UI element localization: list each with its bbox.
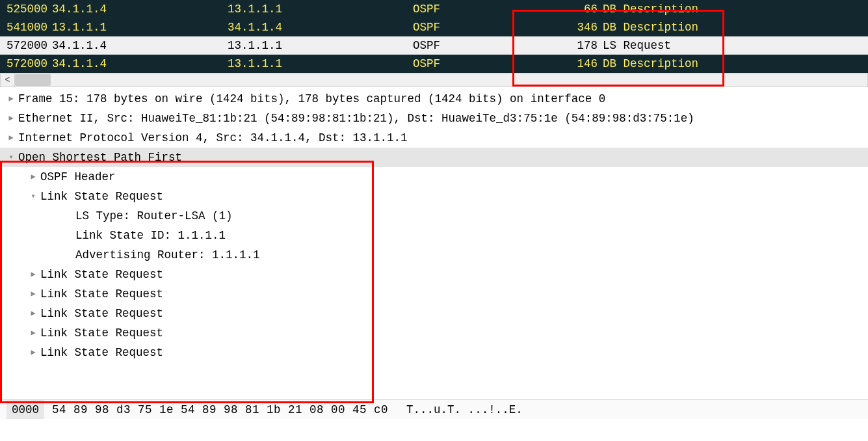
detail-ospf-header[interactable]: ▶ OSPF Header [0, 167, 868, 187]
packet-no: 572000 [0, 55, 52, 73]
chevron-right-icon[interactable]: ▶ [26, 323, 40, 343]
detail-text: Ethernet II, Src: HuaweiTe_81:1b:21 (54:… [18, 109, 694, 128]
detail-lsr-collapsed[interactable]: ▶ Link State Request [0, 343, 868, 362]
packet-no: 572000 [0, 36, 52, 55]
chevron-down-icon[interactable]: ▾ [26, 187, 40, 206]
detail-text: Link State Request [40, 323, 163, 343]
chevron-right-icon[interactable]: ▶ [4, 128, 18, 148]
detail-ospf[interactable]: ▾ Open Shortest Path First [0, 148, 868, 167]
chevron-right-icon[interactable]: ▶ [4, 89, 18, 109]
chevron-right-icon[interactable]: ▶ [26, 304, 40, 323]
chevron-down-icon[interactable]: ▾ [4, 148, 18, 167]
chevron-right-icon[interactable]: ▶ [26, 284, 40, 304]
hex-ascii: T...u.T. ...!..E. [406, 400, 523, 419]
detail-lsr-expanded[interactable]: ▾ Link State Request [0, 187, 868, 206]
spacer-icon: • [61, 206, 75, 226]
packet-row[interactable]: 57200034.1.1.413.1.1.1OSPF146DB Descript… [0, 55, 868, 73]
detail-ip[interactable]: ▶ Internet Protocol Version 4, Src: 34.1… [0, 128, 868, 148]
packet-source: 34.1.1.4 [52, 36, 228, 55]
scroll-thumb[interactable] [15, 74, 51, 86]
packet-destination: 13.1.1.1 [228, 0, 413, 18]
packet-info: DB Description [601, 55, 868, 73]
packet-info: LS Request [601, 36, 868, 55]
detail-advertising-router[interactable]: • Advertising Router: 1.1.1.1 [0, 245, 868, 265]
detail-text: Advertising Router: 1.1.1.1 [75, 245, 260, 265]
hex-dump-pane[interactable]: 0000 54 89 98 d3 75 1e 54 89 98 81 1b 21… [0, 399, 868, 419]
detail-text: LS Type: Router-LSA (1) [75, 206, 233, 226]
packet-no: 525000 [0, 0, 52, 18]
packet-protocol: OSPF [413, 36, 530, 55]
detail-lsr-collapsed[interactable]: ▶ Link State Request [0, 284, 868, 304]
detail-ethernet[interactable]: ▶ Ethernet II, Src: HuaweiTe_81:1b:21 (5… [0, 109, 868, 128]
packet-row[interactable]: 54100013.1.1.134.1.1.4OSPF346DB Descript… [0, 18, 868, 36]
detail-text: Link State Request [40, 304, 163, 323]
packet-info: DB Description [601, 18, 868, 36]
detail-ls-type[interactable]: • LS Type: Router-LSA (1) [0, 206, 868, 226]
packet-length: 346 [530, 18, 601, 36]
packet-row[interactable]: 52500034.1.1.413.1.1.1OSPF66DB Descripti… [0, 0, 868, 18]
detail-frame[interactable]: ▶ Frame 15: 178 bytes on wire (1424 bits… [0, 89, 868, 109]
packet-no: 541000 [0, 18, 52, 36]
packet-list[interactable]: 52500034.1.1.413.1.1.1OSPF66DB Descripti… [0, 0, 868, 73]
detail-link-state-id[interactable]: • Link State ID: 1.1.1.1 [0, 226, 868, 245]
detail-text: Internet Protocol Version 4, Src: 34.1.1… [18, 128, 408, 148]
packet-destination: 34.1.1.4 [228, 18, 413, 36]
packet-destination: 13.1.1.1 [228, 36, 413, 55]
hex-offset: 0000 [7, 400, 44, 419]
packet-source: 34.1.1.4 [52, 55, 228, 73]
detail-text: Link State Request [40, 343, 163, 362]
packet-destination: 13.1.1.1 [228, 55, 413, 73]
spacer-icon: • [61, 245, 75, 265]
detail-text: Open Shortest Path First [18, 148, 182, 167]
packet-source: 13.1.1.1 [52, 18, 228, 36]
chevron-right-icon[interactable]: ▶ [26, 343, 40, 362]
packet-length: 178 [530, 36, 601, 55]
packet-row[interactable]: 57200034.1.1.413.1.1.1OSPF178LS Request [0, 36, 868, 55]
hex-bytes: 54 89 98 d3 75 1e 54 89 98 81 1b 21 08 0… [52, 400, 406, 419]
packet-protocol: OSPF [413, 0, 530, 18]
spacer-icon: • [61, 226, 75, 245]
packet-details-pane[interactable]: ▶ Frame 15: 178 bytes on wire (1424 bits… [0, 87, 868, 399]
detail-lsr-collapsed[interactable]: ▶ Link State Request [0, 323, 868, 343]
packet-length: 66 [530, 0, 601, 18]
detail-lsr-collapsed[interactable]: ▶ Link State Request [0, 265, 868, 284]
horizontal-scrollbar[interactable]: < [0, 73, 868, 87]
detail-text: Link State Request [40, 284, 163, 304]
detail-text: Link State ID: 1.1.1.1 [75, 226, 226, 245]
packet-length: 146 [530, 55, 601, 73]
packet-protocol: OSPF [413, 18, 530, 36]
detail-text: OSPF Header [40, 167, 116, 187]
detail-text: Frame 15: 178 bytes on wire (1424 bits),… [18, 89, 605, 109]
detail-text: Link State Request [40, 187, 163, 206]
chevron-right-icon[interactable]: ▶ [26, 265, 40, 284]
packet-info: DB Description [601, 0, 868, 18]
packet-source: 34.1.1.4 [52, 0, 228, 18]
detail-text: Link State Request [40, 265, 163, 284]
scroll-left-arrow-icon[interactable]: < [1, 74, 15, 87]
detail-lsr-collapsed[interactable]: ▶ Link State Request [0, 304, 868, 323]
packet-protocol: OSPF [413, 55, 530, 73]
chevron-right-icon[interactable]: ▶ [4, 109, 18, 128]
chevron-right-icon[interactable]: ▶ [26, 167, 40, 187]
